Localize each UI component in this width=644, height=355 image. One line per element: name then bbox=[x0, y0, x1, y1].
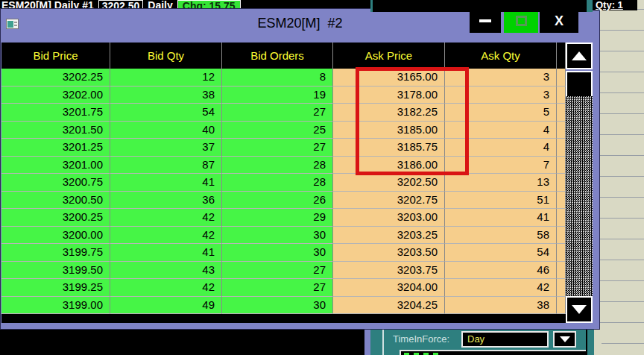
bid-orders-cell[interactable]: 27 bbox=[222, 262, 333, 280]
title-bar[interactable]: ESM20[M] #2 X bbox=[0, 8, 600, 41]
bid-qty-cell[interactable]: 42 bbox=[110, 209, 222, 227]
bid-qty-cell[interactable]: 37 bbox=[110, 139, 222, 157]
table-row: 3199.00 49 30 3204.25 38 bbox=[1, 297, 566, 315]
row-spacer-cell bbox=[557, 87, 566, 104]
bid-price-cell[interactable]: 3200.75 bbox=[1, 174, 110, 192]
scroll-up-button[interactable] bbox=[566, 43, 593, 69]
bid-orders-cell[interactable]: 30 bbox=[222, 297, 333, 315]
table-row: 3201.50 40 25 3185.00 4 bbox=[1, 122, 566, 139]
header-row: Bid Price Bid Qty Bid Orders Ask Price A… bbox=[1, 43, 566, 69]
bid-orders-cell[interactable]: 28 bbox=[222, 174, 333, 192]
maximize-button[interactable] bbox=[504, 9, 538, 33]
bid-price-cell[interactable]: 3199.00 bbox=[1, 297, 110, 315]
table-row: 3200.00 42 30 3203.25 58 bbox=[1, 227, 566, 245]
scrollbar-thumb[interactable] bbox=[566, 71, 593, 96]
dom-rows: 3202.25 12 8 3165.00 3 3202.00 38 19 317… bbox=[1, 69, 566, 314]
bid-price-cell[interactable]: 3201.00 bbox=[1, 157, 110, 175]
ask-qty-cell[interactable]: 5 bbox=[445, 104, 557, 122]
scroll-down-button[interactable] bbox=[566, 296, 593, 323]
bid-qty-cell[interactable]: 87 bbox=[110, 157, 222, 175]
ask-price-cell[interactable]: 3178.00 bbox=[333, 87, 445, 104]
ask-price-cell[interactable]: 3203.25 bbox=[333, 227, 445, 245]
partial-indicator-strip bbox=[400, 350, 586, 355]
bid-price-cell[interactable]: 3202.00 bbox=[1, 87, 110, 104]
ask-qty-cell[interactable]: 38 bbox=[445, 297, 557, 315]
bid-orders-cell[interactable]: 30 bbox=[222, 227, 333, 245]
bid-price-cell[interactable]: 3199.75 bbox=[1, 244, 110, 262]
ask-qty-cell[interactable]: 42 bbox=[445, 279, 557, 297]
ask-qty-cell[interactable]: 46 bbox=[445, 262, 557, 280]
bid-orders-cell[interactable]: 19 bbox=[222, 87, 333, 104]
bid-qty-cell[interactable]: 12 bbox=[110, 69, 222, 87]
header-ask-price: Ask Price bbox=[333, 43, 445, 69]
bid-qty-cell[interactable]: 40 bbox=[110, 122, 222, 139]
bid-orders-cell[interactable]: 29 bbox=[222, 209, 333, 227]
bid-price-cell[interactable]: 3201.50 bbox=[1, 122, 110, 139]
ask-qty-cell[interactable]: 41 bbox=[445, 209, 557, 227]
bid-price-cell[interactable]: 3199.25 bbox=[1, 279, 110, 297]
bid-orders-cell[interactable]: 27 bbox=[222, 279, 333, 297]
dropdown-arrow-button[interactable] bbox=[553, 331, 576, 348]
bid-price-cell[interactable]: 3201.75 bbox=[1, 104, 110, 122]
bid-qty-cell[interactable]: 54 bbox=[110, 104, 222, 122]
bid-qty-cell[interactable]: 36 bbox=[110, 192, 222, 210]
bid-price-cell[interactable]: 3199.50 bbox=[1, 262, 110, 280]
ask-price-cell[interactable]: 3203.75 bbox=[333, 262, 445, 280]
ask-qty-cell[interactable]: 7 bbox=[445, 157, 557, 175]
ask-qty-cell[interactable]: 58 bbox=[445, 227, 557, 245]
ask-price-cell[interactable]: 3204.25 bbox=[333, 297, 445, 315]
bid-price-cell[interactable]: 3201.25 bbox=[1, 139, 110, 157]
bid-price-cell[interactable]: 3200.50 bbox=[1, 192, 110, 210]
row-spacer-cell bbox=[557, 209, 566, 227]
ask-price-cell[interactable]: 3203.50 bbox=[333, 244, 445, 262]
ask-price-cell[interactable]: 3202.50 bbox=[333, 174, 445, 192]
ask-qty-cell[interactable]: 3 bbox=[445, 87, 557, 104]
table-row: 3200.50 36 26 3202.75 51 bbox=[1, 192, 566, 210]
ask-price-cell[interactable]: 3185.00 bbox=[333, 122, 445, 139]
header-bid-qty: Bid Qty bbox=[110, 43, 222, 69]
background-grid bbox=[600, 0, 644, 355]
ask-price-cell[interactable]: 3186.00 bbox=[333, 157, 445, 175]
minimize-button[interactable] bbox=[470, 9, 501, 33]
bid-qty-cell[interactable]: 49 bbox=[110, 297, 222, 315]
ask-qty-cell[interactable]: 3 bbox=[445, 69, 557, 87]
qty-badge: Qty: 1 bbox=[593, 0, 637, 10]
background-entry-field bbox=[370, 0, 587, 12]
bid-price-cell[interactable]: 3200.00 bbox=[1, 227, 110, 245]
ask-price-cell[interactable]: 3182.25 bbox=[333, 104, 445, 122]
bid-orders-cell[interactable]: 28 bbox=[222, 157, 333, 175]
ask-qty-cell[interactable]: 4 bbox=[445, 122, 557, 139]
bid-qty-cell[interactable]: 42 bbox=[110, 279, 222, 297]
bid-qty-cell[interactable]: 43 bbox=[110, 262, 222, 280]
ask-price-cell[interactable]: 3202.75 bbox=[333, 192, 445, 210]
bid-orders-cell[interactable]: 26 bbox=[222, 192, 333, 210]
ask-price-cell[interactable]: 3204.00 bbox=[333, 279, 445, 297]
bid-orders-cell[interactable]: 8 bbox=[222, 69, 333, 87]
bid-orders-cell[interactable]: 25 bbox=[222, 122, 333, 139]
bid-qty-cell[interactable]: 41 bbox=[110, 174, 222, 192]
close-button[interactable]: X bbox=[540, 9, 578, 33]
ask-price-cell[interactable]: 3165.00 bbox=[333, 69, 445, 87]
ask-qty-cell[interactable]: 13 bbox=[445, 174, 557, 192]
ask-qty-cell[interactable]: 4 bbox=[445, 139, 557, 157]
bid-price-cell[interactable]: 3200.25 bbox=[1, 209, 110, 227]
scrollbar-track[interactable] bbox=[566, 96, 593, 296]
ask-price-cell[interactable]: 3203.00 bbox=[333, 209, 445, 227]
bid-price-cell[interactable]: 3202.25 bbox=[1, 69, 110, 87]
ask-qty-cell[interactable]: 54 bbox=[445, 244, 557, 262]
row-spacer-cell bbox=[557, 227, 566, 245]
ask-price-cell[interactable]: 3185.75 bbox=[333, 139, 445, 157]
bid-orders-cell[interactable]: 30 bbox=[222, 244, 333, 262]
bid-orders-cell[interactable]: 27 bbox=[222, 104, 333, 122]
background-grid bbox=[594, 327, 602, 355]
row-spacer-cell bbox=[557, 192, 566, 210]
arrow-down-icon bbox=[572, 305, 587, 314]
ask-qty-cell[interactable]: 51 bbox=[445, 192, 557, 210]
time-in-force-dropdown[interactable]: Day bbox=[461, 331, 549, 348]
table-row: 3202.25 12 8 3165.00 3 bbox=[1, 69, 566, 87]
bid-qty-cell[interactable]: 42 bbox=[110, 227, 222, 245]
bid-qty-cell[interactable]: 38 bbox=[110, 87, 222, 104]
scrollbar bbox=[566, 43, 593, 323]
bid-qty-cell[interactable]: 41 bbox=[110, 244, 222, 262]
bid-orders-cell[interactable]: 27 bbox=[222, 139, 333, 157]
